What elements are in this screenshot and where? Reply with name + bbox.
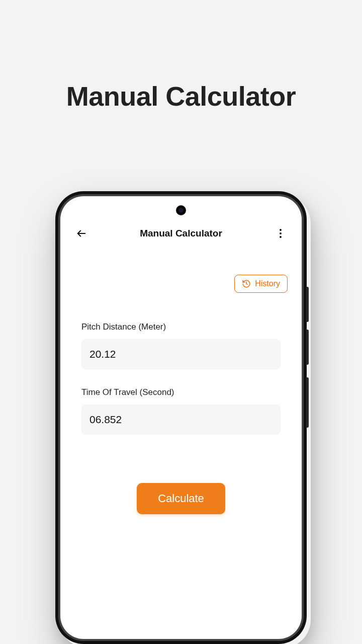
app-title: Manual Calculator [140,228,222,239]
phone-mockup: Manual Calculator [55,191,307,644]
time-travel-input[interactable] [81,405,281,435]
power-button [306,377,309,428]
pitch-distance-label: Pitch Distance (Meter) [81,322,281,332]
arrow-left-icon [76,228,87,239]
history-button[interactable]: History [234,275,288,293]
app-root: Manual Calculator [60,196,302,514]
pitch-distance-input[interactable] [81,339,281,369]
camera-cutout [176,205,186,215]
more-menu-button[interactable] [273,225,289,242]
back-button[interactable] [73,225,89,242]
history-label: History [255,279,280,288]
time-travel-label: Time Of Travel (Second) [81,387,281,397]
history-icon [242,279,251,288]
more-vertical-icon [280,229,282,238]
app-header: Manual Calculator [71,221,291,246]
volume-down-button [306,330,309,365]
page-title: Manual Calculator [0,0,362,112]
volume-up-button [306,287,309,322]
form-area: Pitch Distance (Meter) Time Of Travel (S… [71,322,291,514]
calculate-button[interactable]: Calculate [137,483,225,514]
